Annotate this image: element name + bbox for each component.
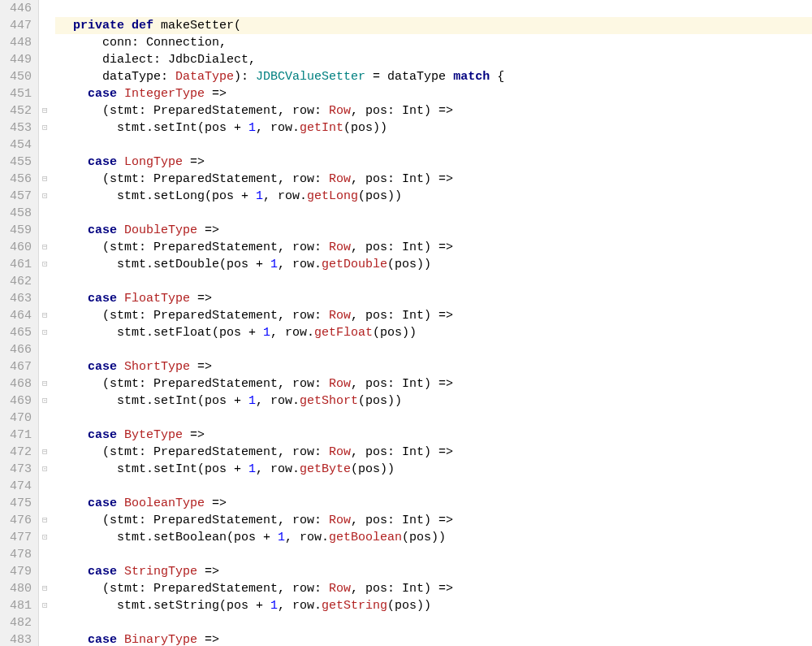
fold-close-icon[interactable]: ⊡: [42, 529, 48, 546]
code-editor[interactable]: private def makeSetter( conn: Connection…: [55, 0, 812, 646]
line-number[interactable]: 477: [3, 529, 32, 546]
code-line[interactable]: [55, 273, 812, 290]
line-number[interactable]: 471: [3, 427, 32, 444]
fold-close-icon[interactable]: ⊡: [42, 597, 48, 614]
code-token: case: [88, 292, 117, 306]
code-line[interactable]: case LongType =>: [55, 154, 812, 171]
code-line[interactable]: case IntegerType =>: [55, 85, 812, 102]
line-number[interactable]: 454: [3, 137, 32, 154]
line-number[interactable]: 463: [3, 290, 32, 307]
code-line[interactable]: stmt.setString(pos + 1, row.getString(po…: [55, 597, 812, 614]
code-line[interactable]: case DoubleType =>: [55, 222, 812, 239]
line-number[interactable]: 448: [3, 34, 32, 51]
line-number[interactable]: 461: [3, 256, 32, 273]
code-token: [117, 633, 124, 646]
line-number[interactable]: 452: [3, 102, 32, 119]
fold-open-icon[interactable]: ⊟: [42, 444, 48, 461]
line-number[interactable]: 478: [3, 546, 32, 563]
fold-close-icon[interactable]: ⊡: [42, 461, 48, 478]
code-line[interactable]: [55, 546, 812, 563]
line-number[interactable]: 462: [3, 273, 32, 290]
code-line[interactable]: case BinaryType =>: [55, 631, 812, 646]
line-number[interactable]: 458: [3, 205, 32, 222]
line-number[interactable]: 473: [3, 461, 32, 478]
code-line[interactable]: stmt.setFloat(pos + 1, row.getFloat(pos)…: [55, 324, 812, 341]
fold-open-icon[interactable]: ⊟: [42, 171, 48, 188]
code-line[interactable]: stmt.setDouble(pos + 1, row.getDouble(po…: [55, 256, 812, 273]
code-line[interactable]: [55, 137, 812, 154]
line-number[interactable]: 468: [3, 375, 32, 392]
code-line[interactable]: [55, 341, 812, 358]
fold-open-icon[interactable]: ⊟: [42, 307, 48, 324]
code-line[interactable]: stmt.setBoolean(pos + 1, row.getBoolean(…: [55, 529, 812, 546]
code-line[interactable]: [55, 205, 812, 222]
line-number[interactable]: 483: [3, 631, 32, 646]
code-line[interactable]: (stmt: PreparedStatement, row: Row, pos:…: [55, 444, 812, 461]
code-line[interactable]: [55, 478, 812, 495]
fold-open-icon[interactable]: ⊟: [42, 239, 48, 256]
code-line[interactable]: case FloatType =>: [55, 290, 812, 307]
line-number[interactable]: 476: [3, 512, 32, 529]
code-line[interactable]: (stmt: PreparedStatement, row: Row, pos:…: [55, 580, 812, 597]
code-token: [58, 223, 88, 237]
line-number[interactable]: 460: [3, 239, 32, 256]
line-number[interactable]: 482: [3, 614, 32, 631]
line-number[interactable]: 459: [3, 222, 32, 239]
line-number[interactable]: 467: [3, 358, 32, 375]
code-line[interactable]: stmt.setLong(pos + 1, row.getLong(pos)): [55, 188, 812, 205]
fold-close-icon[interactable]: ⊡: [42, 324, 48, 341]
code-token: Row: [329, 377, 351, 391]
line-number[interactable]: 447: [3, 17, 32, 34]
line-number[interactable]: 451: [3, 85, 32, 102]
code-token: , row.: [256, 462, 300, 476]
line-number[interactable]: 480: [3, 580, 32, 597]
line-number[interactable]: 469: [3, 392, 32, 410]
code-line[interactable]: private def makeSetter(: [55, 17, 812, 34]
line-number[interactable]: 474: [3, 478, 32, 495]
code-line[interactable]: (stmt: PreparedStatement, row: Row, pos:…: [55, 307, 812, 324]
line-number[interactable]: 464: [3, 307, 32, 324]
line-number[interactable]: 466: [3, 341, 32, 358]
line-number[interactable]: 456: [3, 171, 32, 188]
code-line[interactable]: case ShortType =>: [55, 358, 812, 375]
line-number[interactable]: 481: [3, 597, 32, 614]
line-number[interactable]: 449: [3, 51, 32, 68]
line-number[interactable]: 450: [3, 68, 32, 85]
fold-close-icon[interactable]: ⊡: [42, 188, 48, 205]
line-number[interactable]: 457: [3, 188, 32, 205]
fold-close-icon[interactable]: ⊡: [42, 256, 48, 273]
fold-close-icon[interactable]: ⊡: [42, 119, 48, 137]
fold-open-icon[interactable]: ⊟: [42, 580, 48, 597]
code-line[interactable]: (stmt: PreparedStatement, row: Row, pos:…: [55, 171, 812, 188]
code-line[interactable]: case StringType =>: [55, 563, 812, 580]
code-line[interactable]: stmt.setInt(pos + 1, row.getByte(pos)): [55, 461, 812, 478]
line-number[interactable]: 470: [3, 410, 32, 427]
line-number[interactable]: 479: [3, 563, 32, 580]
line-number[interactable]: 453: [3, 119, 32, 137]
code-line[interactable]: case BooleanType =>: [55, 495, 812, 512]
code-line[interactable]: stmt.setInt(pos + 1, row.getInt(pos)): [55, 119, 812, 137]
code-line[interactable]: (stmt: PreparedStatement, row: Row, pos:…: [55, 239, 812, 256]
fold-open-icon[interactable]: ⊟: [42, 102, 48, 119]
code-line[interactable]: (stmt: PreparedStatement, row: Row, pos:…: [55, 512, 812, 529]
code-line[interactable]: dialect: JdbcDialect,: [55, 51, 812, 68]
code-line[interactable]: dataType: DataType): JDBCValueSetter = d…: [55, 68, 812, 85]
line-number[interactable]: 472: [3, 444, 32, 461]
code-line[interactable]: [55, 410, 812, 427]
fold-open-icon[interactable]: ⊟: [42, 375, 48, 392]
fold-open-icon[interactable]: ⊟: [42, 512, 48, 529]
code-line[interactable]: case ByteType =>: [55, 427, 812, 444]
code-token: (pos)): [373, 326, 417, 340]
code-line[interactable]: [55, 0, 812, 17]
line-number[interactable]: 446: [3, 0, 32, 17]
code-line[interactable]: [55, 614, 812, 631]
code-line[interactable]: (stmt: PreparedStatement, row: Row, pos:…: [55, 102, 812, 119]
line-number[interactable]: 465: [3, 324, 32, 341]
code-line[interactable]: stmt.setInt(pos + 1, row.getShort(pos)): [55, 392, 812, 410]
line-number[interactable]: 475: [3, 495, 32, 512]
code-line[interactable]: (stmt: PreparedStatement, row: Row, pos:…: [55, 375, 812, 392]
fold-close-icon[interactable]: ⊡: [42, 392, 48, 410]
code-line[interactable]: conn: Connection,: [55, 34, 812, 51]
code-token: 1: [270, 258, 278, 271]
line-number[interactable]: 455: [3, 154, 32, 171]
